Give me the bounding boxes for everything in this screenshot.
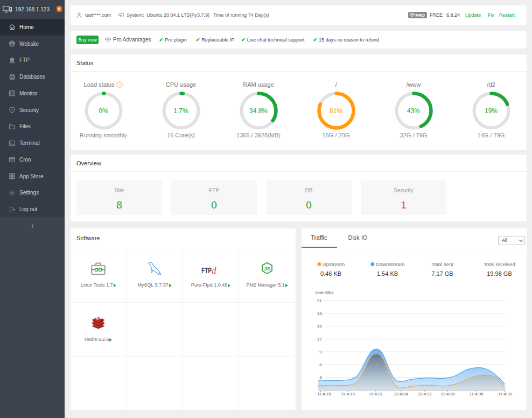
svg-text:6: 6 xyxy=(319,363,322,367)
svg-text:Unit:KB/s: Unit:KB/s xyxy=(316,290,333,295)
svg-text:15: 15 xyxy=(317,324,321,329)
svg-text:11:4:24: 11:4:24 xyxy=(394,392,408,396)
svg-text:FTP: FTP xyxy=(201,266,212,275)
svg-text:d: d xyxy=(212,266,216,275)
svg-text:11:4:39: 11:4:39 xyxy=(498,392,512,396)
svg-text:11:4:30: 11:4:30 xyxy=(440,392,455,396)
svg-text:11:4:15: 11:4:15 xyxy=(317,392,331,396)
svg-text:11:4:21: 11:4:21 xyxy=(368,392,383,396)
svg-text:12: 12 xyxy=(317,337,321,342)
svg-text:11:4:36: 11:4:36 xyxy=(469,392,484,396)
svg-text:21: 21 xyxy=(317,298,321,303)
svg-text:11:4:19: 11:4:19 xyxy=(340,392,355,396)
svg-text:18: 18 xyxy=(317,311,321,316)
svg-text:?: ? xyxy=(118,82,121,87)
svg-text:11:4:27: 11:4:27 xyxy=(417,392,432,396)
svg-text:9: 9 xyxy=(319,350,322,354)
svg-text:3: 3 xyxy=(319,375,322,380)
svg-text:JS: JS xyxy=(264,266,271,271)
